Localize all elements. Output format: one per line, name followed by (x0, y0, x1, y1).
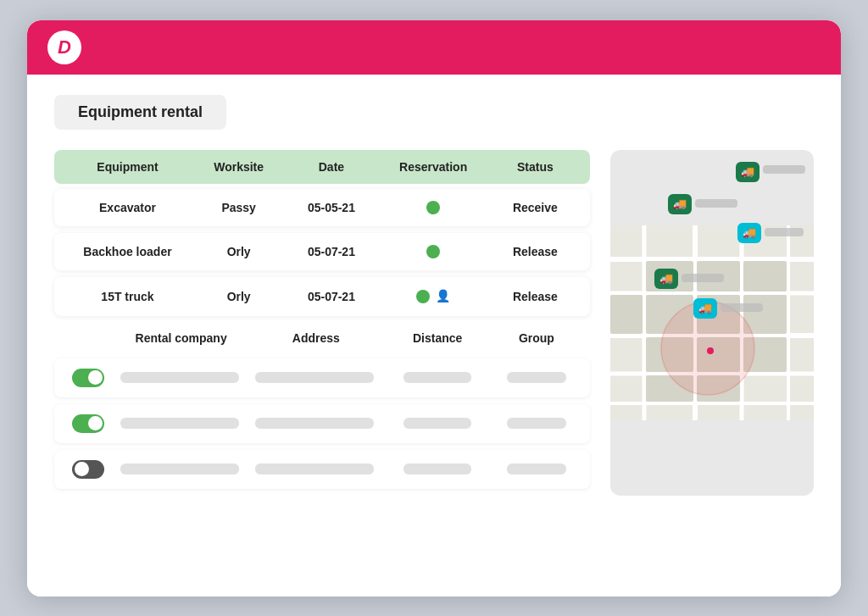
distance-bar (403, 372, 471, 383)
truck-pin: 🚚 (736, 162, 760, 182)
eq-reservation (378, 201, 489, 214)
truck-pin: 🚚 (693, 298, 717, 319)
table-row: Backhoe loader Orly 05-07-21 Release (54, 233, 590, 270)
group-bar (507, 372, 566, 383)
col-date: Date (285, 160, 377, 174)
rental-company-bar (120, 463, 239, 474)
address-bar (255, 463, 374, 474)
green-dot (426, 201, 440, 214)
eq-reservation (378, 245, 489, 258)
equipment-rows: Excavator Passy 05-05-21 Receive Backhoe… (54, 189, 590, 316)
eq-status: Receive (489, 201, 581, 214)
app-window: D Equipment rental Equipment Worksite Da… (27, 20, 841, 597)
truck-pin: 🚚 (737, 223, 761, 243)
truck-pin: 🚚 (668, 194, 692, 214)
address-bar (255, 372, 374, 383)
toggle-track[interactable] (72, 369, 104, 387)
toggle-track[interactable] (72, 460, 104, 479)
rental-table-header: Rental company Address Distance Group (54, 323, 590, 353)
map-label (695, 199, 737, 208)
person-icon: 👤 (435, 289, 450, 304)
list-item (54, 404, 590, 443)
toggle-switch[interactable] (63, 460, 114, 479)
map-label (763, 165, 805, 174)
col-status: Status (489, 160, 581, 174)
eq-worksite: Orly (192, 245, 285, 258)
left-panel: Equipment Worksite Date Reservation Stat… (54, 150, 590, 496)
group-bar (507, 463, 566, 474)
eq-status: Release (489, 290, 581, 303)
table-row: Excavator Passy 05-05-21 Receive (54, 189, 590, 226)
table-row: 15T truck Orly 05-07-21 👤 Release (54, 277, 590, 316)
map-label (721, 303, 763, 312)
page-title-box: Equipment rental (54, 95, 226, 130)
svg-rect-12 (743, 261, 787, 291)
list-item (54, 358, 590, 397)
toggle-switch[interactable] (63, 414, 114, 433)
content-area: Equipment Worksite Date Reservation Stat… (54, 150, 814, 496)
eq-worksite: Passy (192, 201, 285, 214)
svg-rect-16 (610, 295, 643, 334)
truck-pin: 🚚 (654, 269, 678, 289)
eq-reservation: 👤 (378, 289, 489, 304)
col-distance: Distance (383, 331, 491, 345)
eq-worksite: Orly (192, 290, 285, 303)
app-logo: D (47, 31, 81, 64)
main-content: Equipment rental Equipment Worksite Date… (27, 75, 841, 597)
eq-date: 05-07-21 (285, 290, 377, 303)
address-bar (255, 418, 374, 429)
col-toggle (63, 331, 114, 345)
toggle-thumb (88, 370, 103, 385)
map-label (682, 274, 724, 282)
svg-point-23 (707, 347, 714, 354)
map-label (765, 228, 804, 236)
col-worksite: Worksite (192, 160, 285, 174)
equipment-table-header: Equipment Worksite Date Reservation Stat… (54, 150, 590, 184)
eq-status: Release (489, 245, 581, 258)
toggle-track[interactable] (72, 414, 104, 433)
eq-date: 05-05-21 (285, 201, 377, 214)
toggle-switch[interactable] (63, 369, 114, 387)
col-reservation: Reservation (378, 160, 489, 174)
eq-name: Excavator (63, 201, 192, 214)
eq-name: Backhoe loader (63, 245, 192, 258)
distance-bar (403, 463, 471, 474)
col-rental-company: Rental company (114, 331, 248, 345)
rental-company-bar (120, 418, 239, 429)
map-area: 🚚 🚚 🚚 🚚 (610, 150, 814, 496)
top-bar: D (27, 20, 841, 75)
col-address: Address (248, 331, 383, 345)
rental-company-bar (120, 372, 239, 383)
green-dot (426, 245, 440, 258)
group-bar (507, 418, 566, 429)
page-title: Equipment rental (78, 103, 203, 120)
toggle-thumb (88, 416, 103, 430)
eq-date: 05-07-21 (285, 245, 377, 258)
distance-bar (403, 418, 471, 429)
green-dot (416, 290, 430, 303)
col-equipment: Equipment (63, 160, 192, 174)
list-item (54, 450, 590, 489)
rental-section: Rental company Address Distance Group (54, 323, 590, 496)
col-group: Group (492, 331, 581, 345)
eq-name: 15T truck (63, 290, 192, 303)
toggle-thumb (75, 462, 89, 476)
